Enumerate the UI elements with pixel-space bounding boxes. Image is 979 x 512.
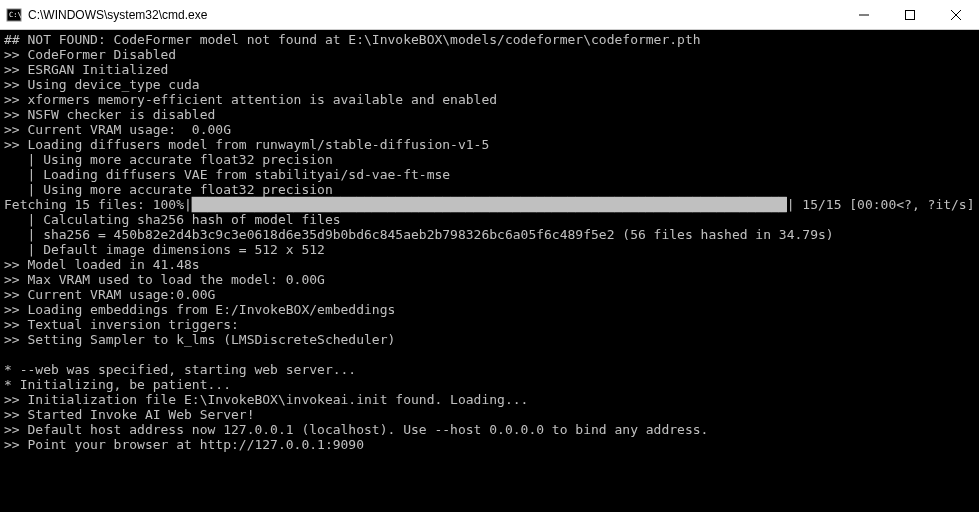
terminal-line: >> Textual inversion triggers: <box>4 317 975 332</box>
cmd-window: C:\ C:\WINDOWS\system32\cmd.exe ## NOT F… <box>0 0 979 512</box>
minimize-button[interactable] <box>841 0 887 30</box>
terminal-line: >> Started Invoke AI Web Server! <box>4 407 975 422</box>
terminal-line: >> ESRGAN Initialized <box>4 62 975 77</box>
terminal-line: >> Initialization file E:\InvokeBOX\invo… <box>4 392 975 407</box>
cmd-icon: C:\ <box>6 7 22 23</box>
terminal-line: >> CodeFormer Disabled <box>4 47 975 62</box>
terminal-line: >> Using device_type cuda <box>4 77 975 92</box>
window-title: C:\WINDOWS\system32\cmd.exe <box>28 8 841 22</box>
terminal-line: * Initializing, be patient... <box>4 377 975 392</box>
terminal-line <box>4 347 975 362</box>
close-button[interactable] <box>933 0 979 30</box>
progress-suffix: | 15/15 [00:00<?, ?it/s] <box>787 197 975 212</box>
terminal-line: >> Model loaded in 41.48s <box>4 257 975 272</box>
terminal-line: >> NSFW checker is disabled <box>4 107 975 122</box>
terminal-line: >> Setting Sampler to k_lms (LMSDiscrete… <box>4 332 975 347</box>
terminal-line: | Using more accurate float32 precision <box>4 152 975 167</box>
terminal-line: >> Default host address now 127.0.0.1 (l… <box>4 422 975 437</box>
terminal-line: | Loading diffusers VAE from stabilityai… <box>4 167 975 182</box>
terminal-line: >> Max VRAM used to load the model: 0.00… <box>4 272 975 287</box>
window-controls <box>841 0 979 29</box>
maximize-button[interactable] <box>887 0 933 30</box>
terminal-line: | Calculating sha256 hash of model files <box>4 212 975 227</box>
terminal-line: ## NOT FOUND: CodeFormer model not found… <box>4 32 975 47</box>
progress-prefix: Fetching 15 files: 100%| <box>4 197 192 212</box>
terminal-line: >> Point your browser at http://127.0.0.… <box>4 437 975 452</box>
terminal-line: >> Current VRAM usage: 0.00G <box>4 122 975 137</box>
terminal-line: >> Loading embeddings from E:/InvokeBOX/… <box>4 302 975 317</box>
terminal-line: >> xformers memory-efficient attention i… <box>4 92 975 107</box>
titlebar[interactable]: C:\ C:\WINDOWS\system32\cmd.exe <box>0 0 979 30</box>
terminal-line: >> Loading diffusers model from runwayml… <box>4 137 975 152</box>
progress-bar-fill: ████████████████████████████████████████… <box>192 197 787 212</box>
terminal-line: | Default image dimensions = 512 x 512 <box>4 242 975 257</box>
svg-rect-3 <box>906 11 915 20</box>
terminal-line: >> Current VRAM usage:0.00G <box>4 287 975 302</box>
terminal-line: | Using more accurate float32 precision <box>4 182 975 197</box>
terminal-line: * --web was specified, starting web serv… <box>4 362 975 377</box>
terminal-output[interactable]: ## NOT FOUND: CodeFormer model not found… <box>0 30 979 512</box>
progress-line: Fetching 15 files: 100%|████████████████… <box>4 197 975 212</box>
svg-text:C:\: C:\ <box>9 11 22 19</box>
terminal-line: | sha256 = 450b82e2d4b3c9c3e0618d6e35d9b… <box>4 227 975 242</box>
